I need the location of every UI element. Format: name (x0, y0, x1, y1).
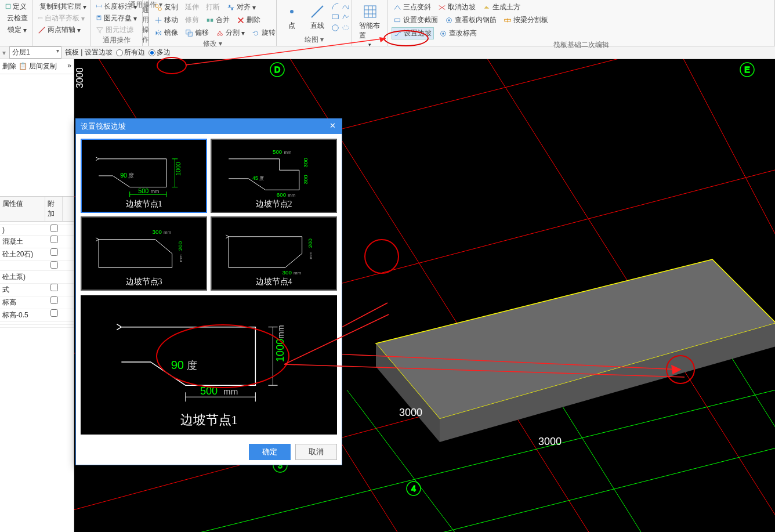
svg-text:3000: 3000 (399, 407, 422, 418)
dialog-titlebar[interactable]: 设置筏板边坡 ✕ (76, 119, 342, 134)
delete-button[interactable]: 删除 (235, 15, 262, 26)
extra-checkbox[interactable] (50, 248, 58, 256)
svg-rect-17 (207, 19, 209, 21)
svg-text:4: 4 (411, 484, 416, 493)
svg-line-48 (364, 442, 775, 532)
three-point-button[interactable]: 三点变斜 (392, 2, 433, 13)
auto-level-button[interactable]: 自动平齐板 ▾ (36, 13, 86, 24)
extra-checkbox[interactable] (50, 261, 58, 269)
table-row[interactable] (0, 325, 74, 328)
merge-button[interactable]: 合并 (204, 15, 231, 26)
ok-button[interactable]: 确定 (249, 444, 291, 460)
svg-rect-15 (229, 5, 231, 7)
all-edges-radio[interactable]: 所有边 (116, 48, 145, 57)
left-copy-between-layers[interactable]: 📋 层间复制 (19, 61, 57, 71)
svg-text:mm: mm (223, 386, 238, 396)
svg-text:mm: mm (276, 325, 285, 338)
layer-dropdown[interactable]: 分层1 (9, 46, 61, 59)
point-button[interactable]: 点 (280, 1, 303, 33)
svg-line-6 (39, 27, 45, 33)
split-button[interactable]: 分割 ▾ (214, 27, 247, 38)
multi-edges-radio[interactable]: 多边 (149, 48, 171, 57)
arc-icon[interactable] (331, 2, 339, 10)
svg-text:3000: 3000 (75, 67, 85, 88)
check-elev-button[interactable]: 查改标高 (437, 28, 479, 39)
extra-checkbox[interactable] (50, 236, 58, 243)
slope-option-3[interactable]: 300mm 200mm 边坡节点3 (81, 216, 207, 291)
svg-rect-0 (6, 4, 10, 9)
context-label: 筏板 | 设置边坡 (65, 48, 113, 57)
property-grid[interactable]: )混凝土砼土20石)砼土泵)式标高标高-0.5 (0, 222, 74, 328)
svg-text:500: 500 (138, 187, 149, 194)
svg-text:90: 90 (120, 172, 127, 179)
svg-text:300: 300 (302, 175, 309, 184)
offset-button[interactable]: 偏移 (183, 27, 211, 38)
extra-checkbox[interactable] (50, 309, 58, 317)
property-grid-header: 属性值 附加 (0, 196, 74, 222)
group-modify: 修改 ▾ (153, 39, 273, 50)
svg-rect-18 (211, 19, 213, 21)
split-by-beam-button[interactable]: 按梁分割板 (502, 15, 550, 26)
extra-checkbox[interactable] (50, 225, 58, 232)
svg-rect-25 (332, 15, 339, 19)
svg-rect-16 (231, 8, 233, 10)
lock-button[interactable]: 锁定 ▾ (3, 24, 28, 35)
slope-option-1[interactable]: 1000 500mm 90度 边坡节点1 (81, 139, 207, 213)
table-row[interactable]: 式 (0, 284, 74, 296)
slope-option-2[interactable]: 500mm 300 300 600mm 45度 边坡节点2 (211, 139, 337, 213)
table-row[interactable]: 砼土泵) (0, 271, 74, 284)
align-button[interactable]: 对齐 ▾ (225, 2, 258, 13)
svg-text:mm: mm (284, 150, 292, 155)
poly-icon[interactable] (342, 13, 350, 21)
extra-checkbox[interactable] (50, 284, 58, 291)
table-row[interactable]: 标高 (0, 296, 74, 309)
break-button[interactable]: 打断 (204, 2, 222, 13)
mirror-button[interactable]: 镜像 (153, 27, 180, 38)
line-button[interactable]: 直线 (306, 1, 329, 33)
svg-text:300: 300 (153, 229, 162, 235)
svg-point-39 (442, 32, 444, 35)
svg-text:度: 度 (128, 172, 134, 179)
filter-element-button[interactable]: 图元过滤 (94, 24, 139, 35)
svg-text:90: 90 (171, 359, 184, 371)
svg-text:mm: mm (151, 189, 160, 194)
rotate-button[interactable]: 旋转 (250, 27, 277, 38)
cancel-button[interactable]: 取消 (295, 444, 337, 460)
smart-layout-button[interactable]: 智能布置▾ (356, 1, 384, 50)
table-row[interactable]: 标高-0.5 (0, 309, 74, 322)
svg-text:200: 200 (177, 241, 183, 251)
svg-rect-11 (97, 16, 100, 17)
ellipse-icon[interactable] (342, 24, 350, 32)
set-slope-button[interactable]: 设置边坡 (392, 27, 434, 39)
svg-text:200: 200 (307, 238, 313, 248)
group-raft-edit: 筏板基础二次编辑 (392, 40, 771, 51)
set-section-button[interactable]: 设置变截面 (392, 15, 440, 26)
rect-icon[interactable] (331, 13, 339, 21)
extra-checkbox[interactable] (50, 296, 58, 304)
table-row[interactable]: 混凝土 (0, 236, 74, 248)
spline-icon[interactable] (342, 2, 350, 10)
table-row[interactable] (0, 261, 74, 271)
trim-button[interactable]: 修剪 (183, 15, 201, 26)
table-row[interactable]: ) (0, 225, 74, 236)
svg-line-24 (312, 6, 323, 17)
copy-to-layer-button[interactable]: 复制到其它层 ▾ (36, 1, 86, 12)
svg-text:mm: mm (294, 270, 301, 276)
save-element-button[interactable]: 图元存盘 ▾ (94, 13, 139, 24)
slope-option-4[interactable]: 200mm 300mm 边坡节点4 (211, 216, 337, 291)
left-delete[interactable]: 删除 (2, 61, 16, 71)
close-icon[interactable]: ✕ (328, 122, 337, 131)
gen-earth-button[interactable]: 生成土方 (481, 2, 522, 13)
cancel-slope-button[interactable]: 取消边坡 (436, 2, 477, 13)
svg-point-26 (332, 25, 339, 31)
define-button[interactable]: 定义 (3, 1, 28, 12)
move-button[interactable]: 移动 (153, 15, 180, 26)
two-point-axis-button[interactable]: 两点辅轴 ▾ (36, 24, 86, 35)
circle-icon[interactable] (331, 24, 339, 32)
svg-text:1000: 1000 (274, 339, 286, 362)
svg-text:45: 45 (252, 175, 258, 181)
svg-text:mm: mm (308, 252, 313, 259)
cloud-check-button[interactable]: 云检查 (3, 13, 28, 24)
table-row[interactable]: 砼土20石) (0, 248, 74, 261)
view-rebar-button[interactable]: 查看板内钢筋 (443, 15, 498, 26)
